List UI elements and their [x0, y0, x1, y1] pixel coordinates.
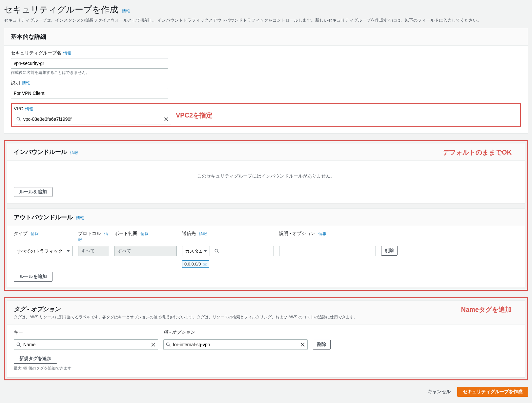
inbound-rules-title: インバウンドルール: [14, 148, 67, 156]
page-title: セキュリティグループを作成: [4, 4, 118, 15]
sg-desc-input[interactable]: [11, 88, 168, 98]
clear-icon[interactable]: [164, 117, 169, 121]
sg-desc-label: 説明情報: [11, 80, 521, 86]
tags-key-header: キー: [14, 329, 158, 335]
header-protocol: プロトコル: [78, 231, 101, 236]
header-port-range: ポート範囲: [114, 231, 137, 236]
vpc-annotation-label: VPC2を指定: [176, 111, 213, 120]
tag-key-input[interactable]: [14, 339, 158, 350]
vpc-input[interactable]: [14, 114, 171, 124]
sg-name-input[interactable]: [11, 58, 168, 69]
add-tag-button[interactable]: 新規タグを追加: [14, 354, 57, 364]
add-outbound-rule-button[interactable]: ルールを追加: [14, 272, 52, 282]
cancel-button[interactable]: キャンセル: [422, 387, 456, 396]
inbound-empty-message: このセキュリティグループにはインバウンドルールがありません。: [14, 165, 518, 187]
info-link-port[interactable]: 情報: [141, 231, 149, 236]
outbound-rules-header: アウトバウンドルール 情報: [7, 209, 525, 226]
add-inbound-rule-button[interactable]: ルールを追加: [14, 187, 52, 197]
tags-value-header: 値 - オプション: [163, 329, 308, 335]
inbound-annotation-label: デフォルトのままでOK: [443, 148, 512, 157]
basic-details-panel: 基本的な詳細 セキュリティグループ名情報 作成後に名前を編集することはできません…: [4, 28, 528, 134]
remove-token-icon[interactable]: [203, 262, 207, 266]
sg-name-label: セキュリティグループ名情報: [11, 50, 521, 56]
info-link-header[interactable]: 情報: [122, 9, 130, 13]
info-link-sg-desc[interactable]: 情報: [22, 81, 30, 85]
rule-desc-input[interactable]: [279, 246, 376, 256]
info-link-dest[interactable]: 情報: [199, 231, 207, 236]
create-sg-button[interactable]: セキュリティグループを作成: [457, 387, 528, 397]
outbound-rules-title: アウトバウンドルール: [14, 213, 73, 221]
tags-annotation-box: タグ - オプション Nameタグを追加 タグは、AWS リソースに割り当てるラ…: [4, 297, 528, 380]
header-destination: 送信先: [182, 231, 196, 236]
outbound-headers: タイプ 情報 プロトコル 情報 ポート範囲 情報 送信先 情報 説明 - オプシ…: [14, 231, 518, 243]
info-link-inbound[interactable]: 情報: [70, 150, 78, 155]
header-type: タイプ: [14, 231, 28, 236]
info-link-outbound[interactable]: 情報: [76, 216, 84, 220]
rule-type-select[interactable]: すべてのトラフィック: [14, 246, 73, 256]
info-link-vpc[interactable]: 情報: [25, 107, 33, 111]
tags-header: タグ - オプション Nameタグを追加 タグは、AWS リソースに割り当てるラ…: [7, 301, 525, 325]
info-link-desc[interactable]: 情報: [318, 231, 326, 236]
tags-desc: タグは、AWS リソースに割り当てるラベルです。各タグはキーとオプションの値で構…: [14, 314, 518, 320]
sg-name-note: 作成後に名前を編集することはできません。: [11, 70, 521, 75]
footer-actions: キャンセル セキュリティグループを作成: [4, 387, 528, 397]
tags-title: タグ - オプション: [14, 305, 60, 313]
tags-headers-row: キー 値 - オプション: [14, 329, 518, 335]
page-header: セキュリティグループを作成 情報 セキュリティグループは、インスタンスの仮想ファ…: [4, 4, 528, 23]
page-description: セキュリティグループは、インスタンスの仮想ファイアウォールとして機能し、インバウ…: [4, 17, 528, 23]
tag-row: 削除: [14, 339, 518, 350]
inbound-rules-header: インバウンドルール 情報 デフォルトのままでOK: [7, 143, 525, 161]
tags-limit-note: 最大 49 個のタグを追加できます: [14, 366, 518, 371]
tags-panel: タグ - オプション Nameタグを追加 タグは、AWS リソースに割り当てるラ…: [7, 300, 525, 377]
rule-protocol-input: [78, 246, 109, 256]
delete-tag-button[interactable]: 削除: [313, 340, 331, 350]
basic-details-header: 基本的な詳細: [4, 28, 528, 46]
rule-dest-select[interactable]: カスタム: [182, 246, 210, 256]
rule-port-input: [114, 246, 177, 256]
rule-dest-search-input[interactable]: [212, 246, 274, 256]
info-link-type[interactable]: 情報: [31, 231, 39, 236]
outbound-rules-panel: アウトバウンドルール 情報 タイプ 情報 プロトコル 情報 ポート範囲 情報 送…: [7, 208, 525, 288]
clear-icon[interactable]: [300, 342, 305, 347]
vpc-label: VPC情報: [14, 106, 171, 112]
rules-annotation-box: インバウンドルール 情報 デフォルトのままでOK このセキュリティグループにはイ…: [4, 140, 528, 291]
outbound-rule-row: すべてのトラフィック カスタム: [14, 246, 518, 268]
header-description: 説明 - オプション: [279, 231, 315, 236]
basic-details-title: 基本的な詳細: [11, 33, 46, 41]
vpc-annotation-box: VPC情報 VPC2を指定: [11, 103, 521, 127]
clear-icon[interactable]: [151, 342, 155, 347]
tag-value-input[interactable]: [163, 339, 308, 350]
info-link-sg-name[interactable]: 情報: [63, 51, 71, 55]
cidr-token: 0.0.0.0/0: [182, 260, 209, 268]
tags-annotation-label: Nameタグを追加: [461, 305, 512, 314]
delete-rule-button[interactable]: 削除: [381, 246, 398, 256]
inbound-rules-panel: インバウンドルール 情報 デフォルトのままでOK このセキュリティグループにはイ…: [7, 143, 525, 203]
